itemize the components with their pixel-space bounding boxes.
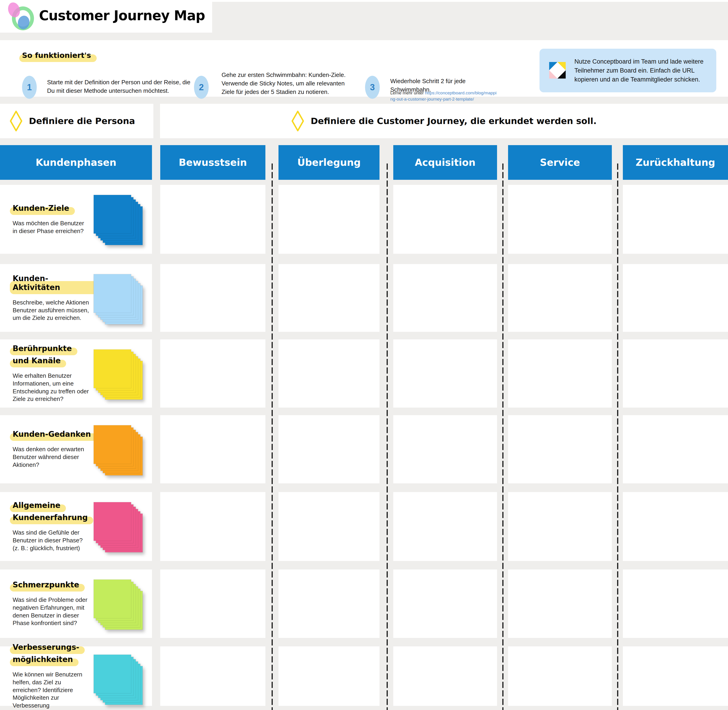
journey-section-title: Definiere die Customer Journey, die erku…: [311, 116, 596, 126]
journey-cell[interactable]: [393, 646, 497, 706]
journey-cell[interactable]: [160, 492, 265, 561]
table-row: Schmerzpunkte Was sind die Probleme oder…: [0, 569, 728, 638]
row-label: Schmerzpunkte: [13, 580, 79, 589]
row-label-card: Kunden-Ziele Was möchten die Benutzer in…: [0, 185, 152, 254]
row-label-card: Kunden-Gedanken Was denken oder erwarten…: [0, 415, 152, 483]
sticky-note-stack[interactable]: [94, 349, 143, 400]
journey-cell[interactable]: [278, 492, 379, 561]
row-description: Wie können wir Benutzern helfen, das Zie…: [13, 671, 89, 710]
journey-cell[interactable]: [393, 185, 497, 254]
team-tip-box: Nutze Conceptboard im Team und lade weit…: [539, 49, 716, 92]
journey-cell[interactable]: [278, 339, 379, 408]
column-header-bewusstsein: Bewusstsein: [160, 145, 265, 180]
sticky-note-stack[interactable]: [94, 655, 143, 705]
journey-section-header: Definiere die Customer Journey, die erku…: [160, 104, 728, 138]
row-label: Verbesserungs-: [13, 643, 79, 652]
journey-cell[interactable]: [623, 415, 728, 483]
row-label: Allgemeine: [13, 501, 60, 510]
column-header-service: Service: [508, 145, 612, 180]
journey-cell[interactable]: [393, 569, 497, 638]
app-logo-icon: [9, 4, 34, 29]
journey-cell[interactable]: [508, 646, 612, 706]
row-label: Kunden-Ziele: [13, 204, 69, 213]
row-label-line2: und Kanäle: [13, 356, 61, 365]
step-2-text: Gehe zur ersten Schwimmbahn: Kunden-Ziel…: [221, 71, 352, 96]
sticky-note-stack[interactable]: [94, 425, 143, 476]
row-label-line2: möglichkeiten: [13, 655, 73, 664]
journey-cell[interactable]: [160, 415, 265, 483]
journey-cell[interactable]: [160, 646, 265, 706]
journey-cell[interactable]: [508, 339, 612, 408]
how-it-works-heading: So funktioniert's: [22, 51, 91, 60]
title-card: Customer Journey Map: [0, 0, 212, 32]
row-description: Was sind die Gefühle der Benutzer in die…: [13, 529, 89, 552]
column-header-ueberlegung: Überlegung: [278, 145, 379, 180]
step-1-text: Starte mit der Definition der Person und…: [47, 78, 194, 95]
row-label: Kunden-Aktivitäten: [13, 274, 92, 292]
sticky-note-stack[interactable]: [94, 195, 143, 245]
journey-cell[interactable]: [508, 185, 612, 254]
step-3-badge: 3: [365, 76, 380, 99]
sticky-note-stack[interactable]: [94, 502, 143, 553]
journey-cell[interactable]: [393, 415, 497, 483]
column-header-acquisition: Acquisition: [393, 145, 497, 180]
journey-cell[interactable]: [508, 415, 612, 483]
column-header-zurueckhaltung: Zurückhaltung: [623, 145, 728, 180]
row-label-card: Allgemeine Kundenerfahrung Was sind die …: [0, 492, 152, 561]
table-row: Kunden-Gedanken Was denken oder erwarten…: [0, 415, 728, 483]
journey-cell[interactable]: [623, 646, 728, 706]
table-row: Kunden-Ziele Was möchten die Benutzer in…: [0, 185, 728, 254]
journey-cell[interactable]: [393, 264, 497, 332]
row-description: Beschreibe, welche Aktionen Benutzer aus…: [13, 299, 89, 322]
journey-cell[interactable]: [278, 646, 379, 706]
journey-cell[interactable]: [623, 339, 728, 408]
journey-cell[interactable]: [623, 264, 728, 332]
table-row: Verbesserungs- möglichkeiten Wie können …: [0, 646, 728, 706]
tip-text: Nutze Conceptboard im Team und lade weit…: [574, 57, 712, 84]
row-label-card: Schmerzpunkte Was sind die Probleme oder…: [0, 569, 152, 638]
diamond-icon: [291, 110, 304, 132]
journey-cell[interactable]: [508, 492, 612, 561]
journey-cell[interactable]: [508, 569, 612, 638]
step-2-badge: 2: [194, 76, 209, 99]
journey-cell[interactable]: [278, 264, 379, 332]
journey-cell[interactable]: [160, 569, 265, 638]
learn-more-note: Lerne mehr unter https://conceptboard.co…: [390, 90, 498, 102]
persona-section-title: Definiere die Persona: [29, 116, 135, 126]
sticky-note-stack[interactable]: [94, 274, 143, 325]
step-1-badge: 1: [22, 76, 37, 99]
row-label-line2: Kundenerfahrung: [13, 513, 88, 522]
journey-cell[interactable]: [160, 264, 265, 332]
row-label: Berührpunkte: [13, 344, 72, 353]
persona-section-header: Definiere die Persona: [0, 104, 153, 138]
table-row: Allgemeine Kundenerfahrung Was sind die …: [0, 492, 728, 561]
journey-cell[interactable]: [278, 415, 379, 483]
journey-cell[interactable]: [623, 569, 728, 638]
journey-cell[interactable]: [160, 185, 265, 254]
row-description: Was sind die Probleme oder negativen Erf…: [13, 596, 89, 627]
row-label: Kunden-Gedanken: [13, 430, 91, 439]
conceptboard-logo-icon: [549, 62, 566, 79]
journey-cell[interactable]: [508, 264, 612, 332]
row-description: Was denken oder erwarten Benutzer währen…: [13, 446, 89, 469]
journey-cell[interactable]: [160, 339, 265, 408]
learn-more-prefix: Lerne mehr unter: [390, 91, 425, 95]
sticky-note-stack[interactable]: [94, 579, 143, 630]
journey-cell[interactable]: [393, 339, 497, 408]
page-title: Customer Journey Map: [39, 8, 205, 23]
row-description: Wie erhalten Benutzer Informationen, um …: [13, 372, 89, 403]
journey-cell[interactable]: [278, 569, 379, 638]
table-row: Kunden-Aktivitäten Beschreibe, welche Ak…: [0, 264, 728, 332]
journey-cell[interactable]: [278, 185, 379, 254]
row-label-card: Berührpunkte und Kanäle Wie erhalten Ben…: [0, 339, 152, 408]
journey-cell[interactable]: [623, 492, 728, 561]
journey-cell[interactable]: [623, 185, 728, 254]
table-row: Berührpunkte und Kanäle Wie erhalten Ben…: [0, 339, 728, 408]
row-label-card: Kunden-Aktivitäten Beschreibe, welche Ak…: [0, 264, 152, 332]
column-header-kundenphasen: Kundenphasen: [0, 145, 152, 180]
whiteboard-canvas: Customer Journey Map So funktioniert's 1…: [0, 0, 728, 710]
row-description: Was möchten die Benutzer in dieser Phase…: [13, 220, 89, 235]
row-label-card: Verbesserungs- möglichkeiten Wie können …: [0, 646, 152, 706]
diamond-icon: [10, 110, 22, 132]
journey-cell[interactable]: [393, 492, 497, 561]
